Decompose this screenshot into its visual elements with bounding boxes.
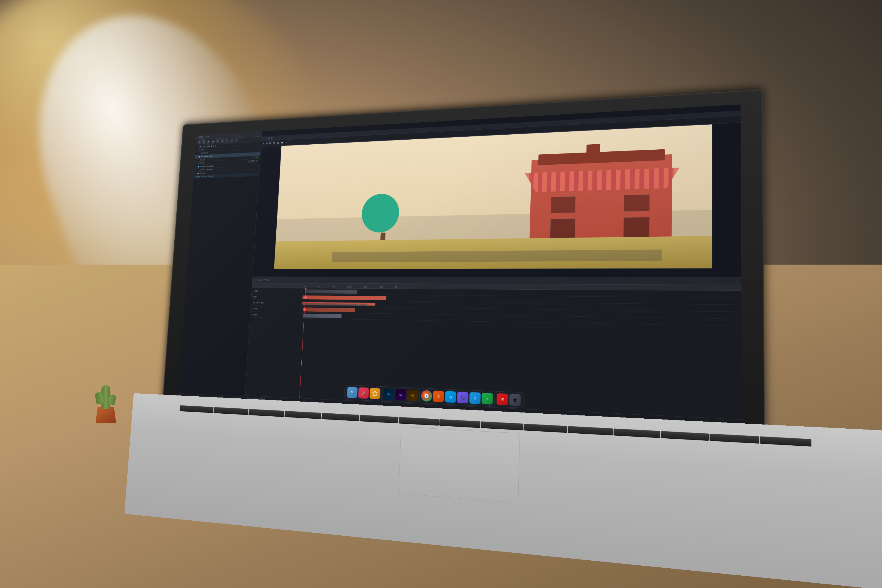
viber-icon-label: 📞 xyxy=(460,395,465,400)
ai-icon-label: Ai xyxy=(410,393,414,397)
dock-chrome-icon[interactable] xyxy=(421,390,432,402)
layer-color-1 xyxy=(200,146,201,147)
dock-launchpad-icon[interactable]: 🚀 xyxy=(358,387,369,399)
ruler-mark-01-00f: 01:00f xyxy=(347,286,352,288)
key-fn-10[interactable] xyxy=(524,424,567,433)
keyframe-icon-2: ⧗ xyxy=(358,304,360,307)
window-4 xyxy=(623,217,650,240)
spotify-icon-label: ♬ xyxy=(486,396,489,401)
track-bar-3b[interactable] xyxy=(302,303,367,306)
timeline-collapse-icon[interactable]: ◂ xyxy=(254,279,255,281)
skype-icon-label: S xyxy=(449,395,452,399)
preview-canvas xyxy=(274,124,712,269)
finder-icon-label: 🔍 xyxy=(350,390,354,394)
key-fn-11[interactable] xyxy=(568,426,613,435)
icon-grid[interactable]: ⊞ xyxy=(271,137,273,139)
track-name-3: 15. White_BC xyxy=(253,302,264,304)
dock-finder-icon[interactable]: 🔍 xyxy=(347,387,357,398)
toolbar-btn-9[interactable]: P xyxy=(234,138,238,142)
key-fn-13[interactable] xyxy=(661,431,709,441)
key-fn-7[interactable] xyxy=(399,417,439,426)
key-fn-9[interactable] xyxy=(481,421,524,430)
toolbar-btn-6[interactable]: ⊕ xyxy=(220,139,225,143)
key-fn-3[interactable] xyxy=(248,409,284,417)
layer-name-2: 15. White_BC xyxy=(201,155,213,158)
timeline-zoom-icon[interactable]: ⬚ xyxy=(736,280,738,282)
layer-expand-2: ▸ xyxy=(197,156,198,158)
preview-toolbar-icons: ⬚ ◫ 📷 ⊞ xyxy=(263,137,273,140)
key-fn-15[interactable] xyxy=(760,436,812,447)
dock-photoshop-icon[interactable]: Ps xyxy=(383,388,394,400)
track-bar-1[interactable] xyxy=(305,290,357,294)
prop-none-label: ⊙ None xyxy=(196,162,204,164)
layer-name-1: Timer_Arc_BC_1 xyxy=(202,145,216,148)
ruler-mark-0f: 0f xyxy=(304,286,306,288)
dock-separator-2 xyxy=(419,393,420,401)
ruler-mark-02: 02 xyxy=(395,286,397,288)
plant-cactus xyxy=(101,385,110,409)
macbook-laptop: Night / Day ▾ T ⬡ ✦ ◈ ↺ ⊕ ♦ ⬠ xyxy=(124,82,882,588)
toolbar-btn-3[interactable]: ✦ xyxy=(206,140,210,144)
toolbar-btn-4[interactable]: ◈ xyxy=(211,140,215,144)
ruler-mark-10f-2: 10f xyxy=(364,286,367,288)
dock-separator-3 xyxy=(495,396,495,405)
toolbar-btn-7[interactable]: ♦ xyxy=(225,138,229,142)
value-label-2: 0,4,8 xyxy=(254,156,258,159)
launchpad-icon-label: 🚀 xyxy=(362,391,366,395)
dock-separator-1 xyxy=(381,391,382,399)
camera-icon-small: 📷 xyxy=(281,142,284,144)
ae-icon-label: Ae xyxy=(399,393,402,397)
track-name-1: Night xyxy=(254,290,258,292)
dock-s-app-icon[interactable]: S xyxy=(433,391,444,402)
track-label-3: 15. White_BC xyxy=(251,302,301,304)
track-bar-2[interactable] xyxy=(303,296,387,300)
track-bar-5[interactable] xyxy=(303,314,342,318)
s-icon-label: S xyxy=(437,394,440,399)
key-fn-12[interactable] xyxy=(614,428,660,438)
ps-icon-label: Ps xyxy=(387,393,390,396)
dock-twitter-icon[interactable]: t xyxy=(469,392,481,404)
key-fn-8[interactable] xyxy=(439,419,480,428)
illustration-bg xyxy=(274,124,712,269)
icon-zoom-in[interactable]: ◫ xyxy=(266,137,267,140)
layer-color-2 xyxy=(199,156,200,157)
key-fn-14[interactable] xyxy=(710,434,759,444)
track-bar-4[interactable] xyxy=(303,308,355,312)
prop-white-bc-label: 15. White_BC xyxy=(248,160,258,162)
dock-after-effects-icon[interactable]: Ae xyxy=(395,389,406,400)
after-effects-ui: Night / Day ▾ T ⬡ ✦ ◈ ↺ ⊕ ♦ ⬠ xyxy=(178,104,741,425)
key-fn-4[interactable] xyxy=(284,411,321,419)
dock-illustrator-icon[interactable]: Ai xyxy=(406,390,418,401)
toolbar-btn-2[interactable]: ⬡ xyxy=(202,140,206,144)
track-name-4: None xyxy=(252,308,256,310)
track-name-5: Shape xyxy=(252,314,257,316)
toolbar-btn-5[interactable]: ↺ xyxy=(216,139,220,143)
plant-pot xyxy=(96,407,116,423)
layer-color-shape xyxy=(198,172,199,174)
dock-sketch-icon[interactable] xyxy=(369,388,380,399)
key-fn-6[interactable] xyxy=(360,415,398,423)
track-label-4: None xyxy=(251,308,301,310)
laptop-screen: Night / Day ▾ T ⬡ ✦ ◈ ↺ ⊕ ♦ ⬠ xyxy=(178,104,741,425)
dock-x-icon[interactable]: ✕ xyxy=(496,393,508,405)
twitter-icon-label: t xyxy=(474,396,476,400)
dock-viber-icon[interactable]: 📞 xyxy=(457,392,468,404)
toolbar-btn-8[interactable]: ⬠ xyxy=(230,138,234,143)
window-2 xyxy=(624,194,650,212)
timeline-comp-label: Night / Day xyxy=(257,279,269,281)
icon-snapshot[interactable]: 📷 xyxy=(268,137,270,139)
dock-trash-icon[interactable]: 🗑 xyxy=(509,394,521,406)
icon-fit[interactable]: ⬚ xyxy=(263,137,265,140)
reset-label-2: Reset xyxy=(196,159,205,161)
key-fn-1[interactable] xyxy=(180,405,213,413)
layer-color-3 xyxy=(198,166,200,167)
key-fn-2[interactable] xyxy=(213,407,248,415)
toolbar-btn-1[interactable]: T xyxy=(197,140,201,144)
prop-name-position: 0,0,0,0% xyxy=(197,152,208,154)
key-fn-5[interactable] xyxy=(321,413,359,421)
layer-expand-3: ▸ xyxy=(196,165,197,168)
chrome-center xyxy=(424,394,429,398)
layer-name-shape: Shape xyxy=(200,172,205,174)
dock-skype-icon[interactable]: S xyxy=(445,391,456,403)
dock-spotify-icon[interactable]: ♬ xyxy=(482,393,493,405)
